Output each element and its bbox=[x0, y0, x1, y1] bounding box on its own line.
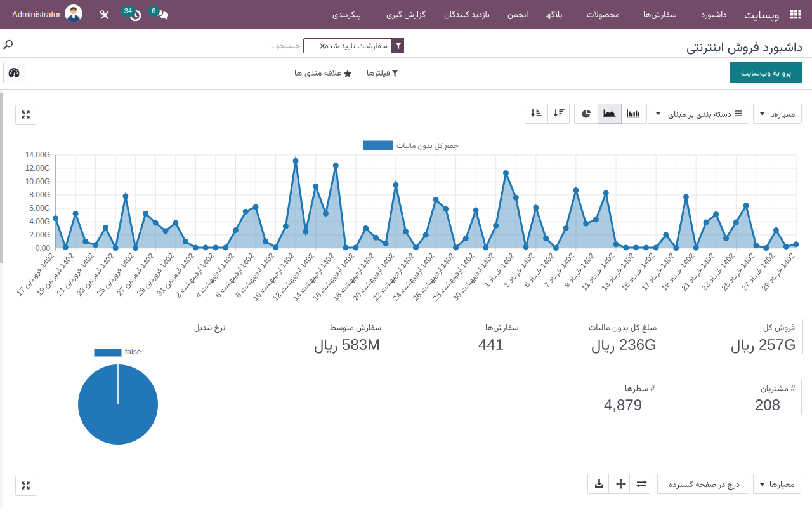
svg-text:10.00G: 10.00G bbox=[25, 177, 50, 186]
svg-text:8.00G: 8.00G bbox=[29, 190, 50, 199]
svg-text:12.00G: 12.00G bbox=[25, 164, 50, 173]
svg-text:0.00: 0.00 bbox=[36, 244, 51, 253]
svg-text:2.00G: 2.00G bbox=[29, 231, 50, 239]
svg-text:4.00G: 4.00G bbox=[29, 217, 50, 226]
svg-text:14.00G: 14.00G bbox=[25, 150, 50, 159]
svg-text:6.00G: 6.00G bbox=[29, 204, 50, 213]
